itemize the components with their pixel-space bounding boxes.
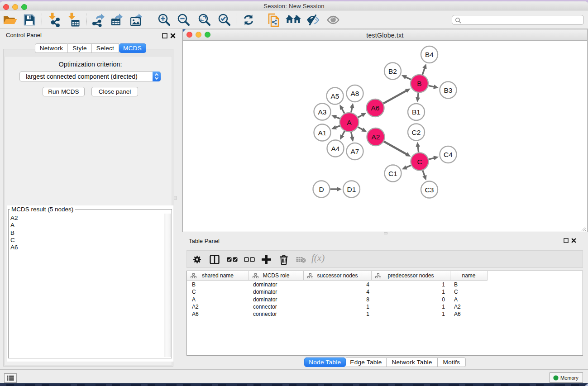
svg-text:C: C [417, 158, 422, 166]
svg-text:C4: C4 [444, 151, 453, 158]
svg-text:B3: B3 [444, 86, 453, 94]
svg-text:D: D [319, 186, 324, 193]
svg-text:A2: A2 [372, 133, 380, 141]
svg-text:B2: B2 [388, 67, 397, 75]
svg-text:A5: A5 [331, 92, 339, 100]
svg-text:A3: A3 [318, 108, 327, 116]
svg-text:A6: A6 [371, 104, 380, 112]
svg-text:A: A [347, 119, 352, 126]
svg-text:D1: D1 [347, 186, 356, 193]
svg-text:A1: A1 [318, 129, 327, 137]
svg-text:A7: A7 [351, 148, 359, 155]
svg-text:C2: C2 [412, 129, 421, 136]
svg-text:A8: A8 [351, 90, 359, 97]
svg-text:A4: A4 [331, 145, 340, 152]
svg-text:B1: B1 [412, 108, 421, 116]
svg-text:C3: C3 [425, 186, 434, 194]
svg-text:B: B [417, 80, 421, 87]
svg-text:C1: C1 [388, 170, 397, 177]
svg-text:B4: B4 [425, 51, 434, 58]
